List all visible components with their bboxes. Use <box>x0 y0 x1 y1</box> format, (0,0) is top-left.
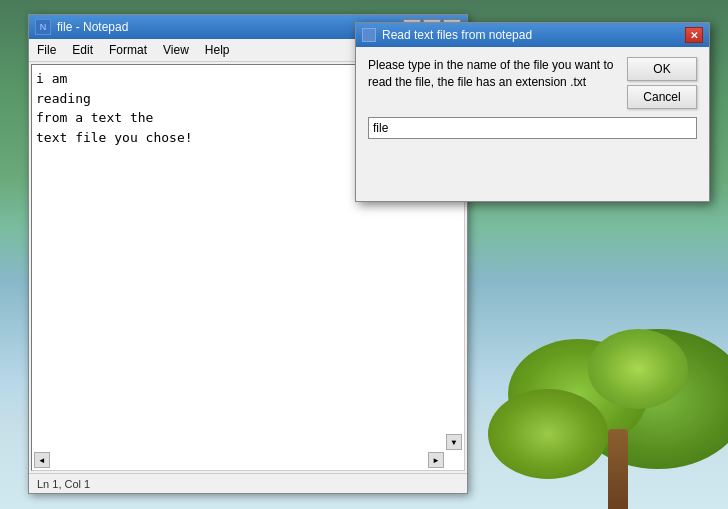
dialog-window: Read text files from notepad ✕ Please ty… <box>355 22 710 202</box>
notepad-icon: N <box>35 19 51 35</box>
menu-edit[interactable]: Edit <box>64 41 101 59</box>
menu-file[interactable]: File <box>29 41 64 59</box>
menu-view[interactable]: View <box>155 41 197 59</box>
notepad-statusbar: Ln 1, Col 1 <box>29 473 467 493</box>
dialog-cancel-button[interactable]: Cancel <box>627 85 697 109</box>
cursor-position: Ln 1, Col 1 <box>37 478 90 490</box>
foliage-decoration <box>448 289 728 509</box>
notepad-title: file - Notepad <box>57 20 397 34</box>
dialog-filename-input[interactable] <box>368 117 697 139</box>
dialog-button-group: OK Cancel <box>627 57 697 109</box>
scroll-down-arrow[interactable]: ▼ <box>446 434 462 450</box>
dialog-title: Read text files from notepad <box>382 28 679 42</box>
scroll-left-arrow[interactable]: ◄ <box>34 452 50 468</box>
menu-format[interactable]: Format <box>101 41 155 59</box>
dialog-body: Please type in the name of the file you … <box>356 47 709 201</box>
dialog-close-button[interactable]: ✕ <box>685 27 703 43</box>
dialog-ok-button[interactable]: OK <box>627 57 697 81</box>
dialog-message: Please type in the name of the file you … <box>368 57 617 91</box>
dialog-content-row: Please type in the name of the file you … <box>368 57 697 109</box>
dialog-titlebar: Read text files from notepad ✕ <box>356 23 709 47</box>
dialog-input-row <box>368 117 697 139</box>
dialog-icon <box>362 28 376 42</box>
menu-help[interactable]: Help <box>197 41 238 59</box>
scroll-right-arrow[interactable]: ► <box>428 452 444 468</box>
